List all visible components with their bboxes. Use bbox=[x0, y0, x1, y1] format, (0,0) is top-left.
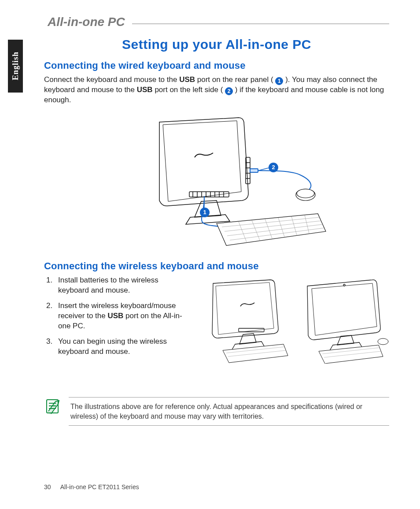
svg-line-28 bbox=[258, 168, 269, 171]
monitor-rear-illustration bbox=[107, 113, 327, 250]
manual-page: All-in-one PC English Setting up your Al… bbox=[0, 0, 420, 509]
section2-heading: Connecting the wireless keyboard and mou… bbox=[44, 260, 389, 272]
callout-badge-2: 2 bbox=[225, 87, 233, 95]
svg-rect-14 bbox=[250, 169, 258, 172]
svg-point-32 bbox=[343, 284, 345, 286]
note-text: The illustrations above are for referenc… bbox=[69, 397, 389, 426]
page-number: 30 bbox=[44, 483, 51, 490]
monitor-front-small-illustration bbox=[297, 275, 389, 364]
step-text: Install batteries to the wireless keyboa… bbox=[58, 276, 158, 294]
note-box: The illustrations above are for referenc… bbox=[44, 394, 389, 426]
wired-illustration: 1 2 bbox=[107, 113, 327, 250]
list-item: Install batteries to the wireless keyboa… bbox=[55, 275, 189, 296]
note-icon bbox=[44, 397, 62, 415]
section2-row: Install batteries to the wireless keyboa… bbox=[44, 275, 389, 364]
language-label: English bbox=[11, 52, 20, 80]
usb-label: USB bbox=[179, 75, 195, 84]
callout-badge-1: 1 bbox=[275, 77, 283, 85]
section1-heading: Connecting the wired keyboard and mouse bbox=[44, 60, 389, 71]
step-text: You can begin using the wireless keyboar… bbox=[58, 337, 167, 356]
wireless-steps-list: Install batteries to the wireless keyboa… bbox=[44, 275, 189, 362]
brand-label: All-in-one PC bbox=[47, 15, 129, 29]
page-title: Setting up your All-in-one PC bbox=[44, 37, 389, 52]
svg-point-26 bbox=[297, 189, 314, 198]
text: port on the left side ( bbox=[153, 85, 225, 94]
text: Connect the keyboard and mouse to the bbox=[44, 75, 179, 84]
usb-label: USB bbox=[107, 312, 123, 320]
svg-point-35 bbox=[378, 338, 388, 345]
svg-rect-29 bbox=[239, 328, 264, 332]
list-item: Insert the wireless keyboard/mouse recei… bbox=[55, 301, 189, 331]
header-rule: All-in-one PC bbox=[44, 18, 389, 29]
illus-callout-2: 2 bbox=[269, 163, 278, 172]
illus-callout-1: 1 bbox=[200, 208, 210, 217]
text: port on the rear panel ( bbox=[195, 75, 275, 84]
header-rule-line bbox=[132, 23, 389, 24]
monitor-rear-small-illustration bbox=[200, 275, 292, 364]
usb-label: USB bbox=[137, 85, 153, 94]
language-tab: English bbox=[8, 40, 23, 93]
page-footer: 30 All-in-one PC ET2011 Series bbox=[44, 483, 139, 490]
doc-title: All-in-one PC ET2011 Series bbox=[60, 483, 139, 490]
wireless-illustrations bbox=[200, 275, 389, 364]
list-item: You can begin using the wireless keyboar… bbox=[55, 337, 189, 357]
section1-paragraph: Connect the keyboard and mouse to the US… bbox=[44, 75, 389, 105]
